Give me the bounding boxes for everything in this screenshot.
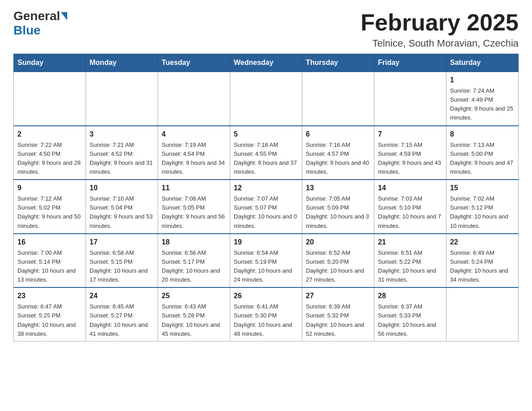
calendar-cell: 28Sunrise: 6:37 AMSunset: 5:33 PMDayligh…	[374, 287, 446, 341]
day-info: Sunrise: 6:56 AMSunset: 5:17 PMDaylight:…	[162, 248, 226, 285]
calendar-cell: 18Sunrise: 6:56 AMSunset: 5:17 PMDayligh…	[158, 234, 230, 288]
day-number: 4	[162, 129, 226, 140]
calendar-cell	[158, 72, 230, 126]
calendar-header-row: Sunday Monday Tuesday Wednesday Thursday…	[14, 54, 519, 72]
day-number: 11	[162, 183, 226, 193]
calendar-cell: 5Sunrise: 7:18 AMSunset: 4:55 PMDaylight…	[230, 126, 302, 180]
day-info: Sunrise: 7:10 AMSunset: 5:04 PMDaylight:…	[90, 194, 154, 231]
day-number: 9	[17, 183, 82, 193]
day-number: 19	[234, 237, 298, 248]
calendar-cell: 7Sunrise: 7:15 AMSunset: 4:59 PMDaylight…	[374, 126, 446, 180]
logo-blue-text: Blue	[13, 23, 41, 38]
day-number: 25	[162, 291, 226, 301]
col-monday: Monday	[86, 54, 158, 72]
day-info: Sunrise: 6:49 AMSunset: 5:24 PMDaylight:…	[450, 248, 515, 285]
calendar-cell: 6Sunrise: 7:16 AMSunset: 4:57 PMDaylight…	[302, 126, 374, 180]
day-info: Sunrise: 7:18 AMSunset: 4:55 PMDaylight:…	[234, 141, 298, 177]
calendar-cell: 3Sunrise: 7:21 AMSunset: 4:52 PMDaylight…	[86, 126, 158, 180]
week-row-5: 23Sunrise: 6:47 AMSunset: 5:25 PMDayligh…	[14, 287, 519, 341]
calendar-cell: 10Sunrise: 7:10 AMSunset: 5:04 PMDayligh…	[86, 180, 158, 234]
day-info: Sunrise: 7:02 AMSunset: 5:12 PMDaylight:…	[450, 194, 515, 231]
day-info: Sunrise: 6:54 AMSunset: 5:19 PMDaylight:…	[234, 248, 298, 285]
calendar-cell: 27Sunrise: 6:39 AMSunset: 5:32 PMDayligh…	[302, 287, 374, 341]
day-info: Sunrise: 7:16 AMSunset: 4:57 PMDaylight:…	[306, 141, 370, 177]
day-number: 10	[90, 183, 154, 193]
calendar-cell: 26Sunrise: 6:41 AMSunset: 5:30 PMDayligh…	[230, 287, 302, 341]
day-info: Sunrise: 6:43 AMSunset: 5:28 PMDaylight:…	[162, 302, 226, 338]
calendar-cell: 4Sunrise: 7:19 AMSunset: 4:54 PMDaylight…	[158, 126, 230, 180]
logo: General Blue	[13, 9, 68, 38]
day-info: Sunrise: 7:00 AMSunset: 5:14 PMDaylight:…	[17, 248, 82, 285]
day-number: 7	[378, 129, 442, 140]
day-number: 22	[450, 237, 515, 248]
day-number: 12	[234, 183, 298, 193]
day-info: Sunrise: 6:51 AMSunset: 5:22 PMDaylight:…	[378, 248, 442, 285]
col-saturday: Saturday	[446, 54, 519, 72]
logo-general-text: General	[13, 9, 60, 23]
day-number: 16	[17, 237, 82, 248]
calendar-cell: 25Sunrise: 6:43 AMSunset: 5:28 PMDayligh…	[158, 287, 230, 341]
day-info: Sunrise: 6:45 AMSunset: 5:27 PMDaylight:…	[90, 302, 154, 338]
day-info: Sunrise: 7:19 AMSunset: 4:54 PMDaylight:…	[162, 141, 226, 177]
calendar-cell: 14Sunrise: 7:03 AMSunset: 5:10 PMDayligh…	[374, 180, 446, 234]
day-info: Sunrise: 7:05 AMSunset: 5:09 PMDaylight:…	[306, 194, 370, 231]
week-row-3: 9Sunrise: 7:12 AMSunset: 5:02 PMDaylight…	[14, 180, 519, 234]
day-info: Sunrise: 6:47 AMSunset: 5:25 PMDaylight:…	[17, 302, 82, 338]
calendar-cell: 1Sunrise: 7:24 AMSunset: 4:49 PMDaylight…	[446, 72, 519, 126]
day-number: 17	[90, 237, 154, 248]
logo-triangle-icon	[61, 12, 67, 20]
main-title: February 2025	[360, 9, 519, 36]
col-tuesday: Tuesday	[158, 54, 230, 72]
calendar-cell: 16Sunrise: 7:00 AMSunset: 5:14 PMDayligh…	[14, 234, 86, 288]
day-info: Sunrise: 6:52 AMSunset: 5:20 PMDaylight:…	[306, 248, 370, 285]
day-info: Sunrise: 6:41 AMSunset: 5:30 PMDaylight:…	[234, 302, 298, 338]
day-number: 3	[90, 129, 154, 140]
day-number: 8	[450, 129, 515, 140]
calendar-cell	[86, 72, 158, 126]
calendar-cell: 24Sunrise: 6:45 AMSunset: 5:27 PMDayligh…	[86, 287, 158, 341]
subtitle: Telnice, South Moravian, Czechia	[360, 38, 519, 49]
day-info: Sunrise: 7:08 AMSunset: 5:05 PMDaylight:…	[162, 194, 226, 231]
calendar-cell: 2Sunrise: 7:22 AMSunset: 4:50 PMDaylight…	[14, 126, 86, 180]
calendar-cell: 13Sunrise: 7:05 AMSunset: 5:09 PMDayligh…	[302, 180, 374, 234]
calendar-cell: 17Sunrise: 6:58 AMSunset: 5:15 PMDayligh…	[86, 234, 158, 288]
day-number: 15	[450, 183, 515, 193]
col-thursday: Thursday	[302, 54, 374, 72]
calendar-cell	[374, 72, 446, 126]
day-number: 26	[234, 291, 298, 301]
day-number: 27	[306, 291, 370, 301]
day-info: Sunrise: 7:03 AMSunset: 5:10 PMDaylight:…	[378, 194, 442, 231]
week-row-2: 2Sunrise: 7:22 AMSunset: 4:50 PMDaylight…	[14, 126, 519, 180]
week-row-4: 16Sunrise: 7:00 AMSunset: 5:14 PMDayligh…	[14, 234, 519, 288]
calendar-cell: 15Sunrise: 7:02 AMSunset: 5:12 PMDayligh…	[446, 180, 519, 234]
day-number: 21	[378, 237, 442, 248]
calendar-cell: 11Sunrise: 7:08 AMSunset: 5:05 PMDayligh…	[158, 180, 230, 234]
calendar-cell: 9Sunrise: 7:12 AMSunset: 5:02 PMDaylight…	[14, 180, 86, 234]
day-info: Sunrise: 7:21 AMSunset: 4:52 PMDaylight:…	[90, 141, 154, 177]
col-friday: Friday	[374, 54, 446, 72]
day-info: Sunrise: 6:37 AMSunset: 5:33 PMDaylight:…	[378, 302, 442, 338]
day-number: 24	[90, 291, 154, 301]
calendar-cell: 19Sunrise: 6:54 AMSunset: 5:19 PMDayligh…	[230, 234, 302, 288]
day-number: 18	[162, 237, 226, 248]
day-number: 28	[378, 291, 442, 301]
calendar-cell	[446, 287, 519, 341]
calendar-cell: 12Sunrise: 7:07 AMSunset: 5:07 PMDayligh…	[230, 180, 302, 234]
day-number: 5	[234, 129, 298, 140]
calendar-table: Sunday Monday Tuesday Wednesday Thursday…	[13, 54, 519, 342]
col-sunday: Sunday	[14, 54, 86, 72]
calendar-cell	[230, 72, 302, 126]
calendar-cell: 23Sunrise: 6:47 AMSunset: 5:25 PMDayligh…	[14, 287, 86, 341]
day-info: Sunrise: 6:39 AMSunset: 5:32 PMDaylight:…	[306, 302, 370, 338]
day-info: Sunrise: 7:22 AMSunset: 4:50 PMDaylight:…	[17, 141, 82, 177]
calendar-cell	[302, 72, 374, 126]
calendar-cell	[14, 72, 86, 126]
calendar-cell: 20Sunrise: 6:52 AMSunset: 5:20 PMDayligh…	[302, 234, 374, 288]
day-number: 13	[306, 183, 370, 193]
day-info: Sunrise: 7:12 AMSunset: 5:02 PMDaylight:…	[17, 194, 82, 231]
day-number: 6	[306, 129, 370, 140]
day-number: 2	[17, 129, 82, 140]
day-info: Sunrise: 7:07 AMSunset: 5:07 PMDaylight:…	[234, 194, 298, 231]
day-info: Sunrise: 6:58 AMSunset: 5:15 PMDaylight:…	[90, 248, 154, 285]
calendar-cell: 8Sunrise: 7:13 AMSunset: 5:00 PMDaylight…	[446, 126, 519, 180]
